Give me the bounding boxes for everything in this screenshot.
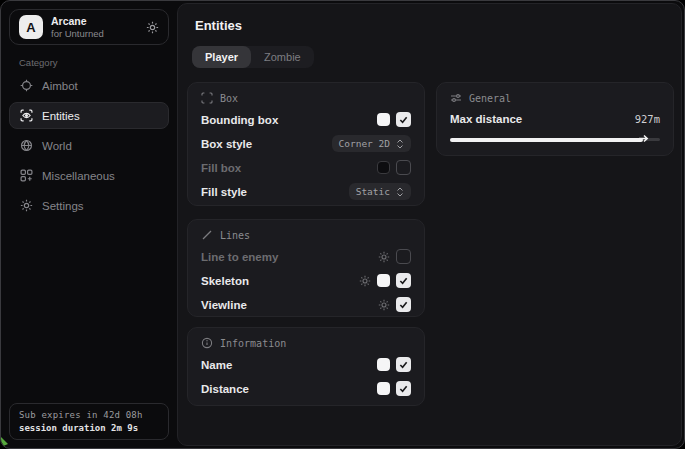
frame-corners-icon <box>201 92 213 104</box>
setting-label: Distance <box>201 383 249 395</box>
setting-row-box-style: Box style Corner 2D <box>201 135 411 152</box>
tab-bar: Player Zombie <box>192 46 314 68</box>
sidebar-item-label: Settings <box>42 200 84 212</box>
box-card: Box Bounding box Box style Corner 2D <box>187 82 425 206</box>
checkbox-checked[interactable] <box>396 273 411 288</box>
dropdown-value: Static <box>356 186 390 197</box>
sidebar-header: A Arcane for Unturned <box>9 9 169 45</box>
section-title: Information <box>220 338 286 349</box>
setting-label: Fill box <box>201 162 241 174</box>
information-section-header: Information <box>201 337 411 349</box>
slider-value: 927m <box>635 113 660 125</box>
section-title: General <box>469 93 511 104</box>
gear-icon[interactable] <box>378 299 390 311</box>
setting-row-line-to-enemy: Line to enemy <box>201 248 411 265</box>
gear-icon[interactable] <box>359 275 371 287</box>
checkbox-checked[interactable] <box>396 381 411 396</box>
setting-row-skeleton: Skeleton <box>201 272 411 289</box>
setting-row-name: Name <box>201 356 411 373</box>
setting-label: Bounding box <box>201 114 278 126</box>
setting-label: Name <box>201 359 232 371</box>
sidebar-item-aimbot[interactable]: Aimbot <box>9 72 169 99</box>
setting-label: Box style <box>201 138 252 150</box>
main-panel: Entities Player Zombie Box Bounding box <box>177 3 682 446</box>
sidebar-item-miscellaneous[interactable]: Miscellaneous <box>9 162 169 189</box>
lines-section-header: Lines <box>201 229 411 241</box>
gear-icon[interactable] <box>146 21 159 34</box>
app-window: A Arcane for Unturned Category Aimbot <box>0 0 685 449</box>
sidebar-item-label: Miscellaneous <box>42 170 115 182</box>
general-section-header: General <box>450 92 660 104</box>
section-title: Lines <box>220 230 250 241</box>
checkbox-checked[interactable] <box>396 112 411 127</box>
section-title: Box <box>220 93 238 104</box>
lines-card: Lines Line to enemy Skeleton <box>187 219 425 317</box>
crosshair-icon <box>20 79 33 92</box>
setting-label: Fill style <box>201 186 247 198</box>
dropdown-value: Corner 2D <box>339 138 390 149</box>
color-swatch[interactable] <box>377 274 390 287</box>
cursor-icon <box>0 433 14 449</box>
sidebar-nav: Aimbot Entities World <box>9 72 169 219</box>
gear-icon[interactable] <box>378 251 390 263</box>
app-subtitle: for Unturned <box>51 28 104 39</box>
color-swatch[interactable] <box>377 358 390 371</box>
sidebar-item-entities[interactable]: Entities <box>9 102 169 129</box>
page-title: Entities <box>195 18 242 33</box>
setting-row-bounding-box: Bounding box <box>201 111 411 128</box>
gear-icon <box>20 199 33 212</box>
setting-row-fill-style: Fill style Static <box>201 183 411 200</box>
setting-row-distance: Distance <box>201 380 411 397</box>
checkbox-unchecked[interactable] <box>396 160 411 175</box>
sidebar-item-label: World <box>42 140 72 152</box>
color-swatch[interactable] <box>377 161 390 174</box>
setting-label: Max distance <box>450 113 522 125</box>
information-card: Information Name Distance <box>187 327 425 406</box>
app-titles: Arcane for Unturned <box>51 15 104 39</box>
category-label: Category <box>19 57 58 68</box>
slider-thumb-arrow-icon[interactable] <box>638 133 649 144</box>
chevron-up-down-icon <box>396 139 404 149</box>
sidebar: A Arcane for Unturned Category Aimbot <box>1 1 177 448</box>
subscription-info: Sub expires in 42d 08h session duration … <box>9 403 169 440</box>
info-icon <box>201 337 213 349</box>
grid-icon <box>20 169 33 182</box>
checkbox-checked[interactable] <box>396 357 411 372</box>
sidebar-item-settings[interactable]: Settings <box>9 192 169 219</box>
setting-label: Skeleton <box>201 275 249 287</box>
sliders-icon <box>450 92 462 104</box>
setting-row-max-distance: Max distance 927m <box>450 113 660 125</box>
globe-icon <box>20 139 33 152</box>
fill-style-dropdown[interactable]: Static <box>349 183 411 200</box>
diagonal-line-icon <box>201 229 213 241</box>
tab-player[interactable]: Player <box>192 46 251 68</box>
chevron-up-down-icon <box>396 187 404 197</box>
session-duration-text: session duration 2m 9s <box>19 423 159 433</box>
color-swatch[interactable] <box>377 382 390 395</box>
setting-row-viewline: Viewline <box>201 296 411 313</box>
checkbox-checked[interactable] <box>396 297 411 312</box>
app-logo: A <box>19 15 43 39</box>
box-style-dropdown[interactable]: Corner 2D <box>332 135 411 152</box>
sidebar-item-label: Aimbot <box>42 80 78 92</box>
sub-expiry-text: Sub expires in 42d 08h <box>19 410 159 420</box>
color-swatch[interactable] <box>377 113 390 126</box>
sidebar-item-label: Entities <box>42 110 80 122</box>
scan-eye-icon <box>20 109 33 122</box>
setting-label: Viewline <box>201 299 247 311</box>
setting-label: Line to enemy <box>201 251 278 263</box>
tab-zombie[interactable]: Zombie <box>251 46 314 68</box>
slider-fill <box>450 138 643 142</box>
app-name: Arcane <box>51 15 104 28</box>
setting-row-fill-box: Fill box <box>201 159 411 176</box>
max-distance-slider[interactable] <box>450 134 660 144</box>
general-card: General Max distance 927m <box>436 82 674 156</box>
sidebar-item-world[interactable]: World <box>9 132 169 159</box>
box-section-header: Box <box>201 92 411 104</box>
checkbox-unchecked[interactable] <box>396 249 411 264</box>
